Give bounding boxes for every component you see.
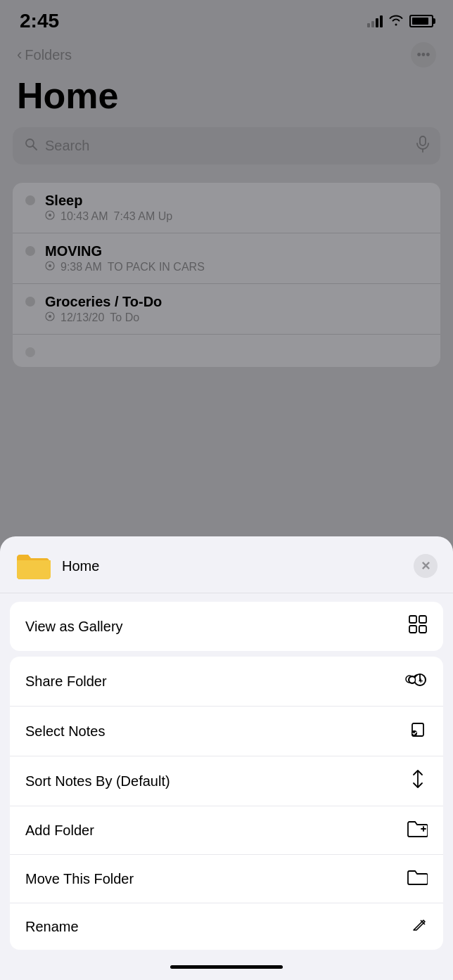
note-meta: 10:43 AM 7:43 AM Up: [45, 210, 428, 223]
note-location-icon: [45, 311, 55, 324]
svg-text:+: +: [419, 676, 423, 685]
page-title-area: Home: [0, 73, 453, 127]
sheet-close-button[interactable]: ✕: [414, 554, 438, 578]
note-item-partial: [13, 335, 440, 367]
svg-point-5: [49, 214, 51, 217]
note-preview: TO PACK IN CARS: [108, 261, 205, 273]
note-location-icon: [45, 261, 55, 273]
note-title: Sleep: [45, 193, 428, 209]
svg-rect-2: [420, 136, 426, 146]
add-folder-icon: [407, 819, 428, 842]
svg-rect-13: [419, 626, 426, 633]
note-location-icon: [45, 210, 55, 223]
menu-item-view-gallery[interactable]: View as Gallery: [10, 602, 443, 651]
svg-rect-12: [409, 626, 416, 633]
note-meta: 12/13/20 To Do: [45, 311, 428, 324]
note-content: MOVING 9:38 AM TO PACK IN CARS: [45, 243, 428, 273]
gallery-icon: [408, 614, 428, 638]
more-button[interactable]: •••: [411, 42, 436, 67]
note-dot: [25, 347, 35, 357]
svg-line-1: [33, 146, 37, 150]
back-label: Folders: [25, 47, 72, 63]
note-time: 12/13/20: [60, 311, 104, 324]
back-button[interactable]: ‹ Folders: [17, 47, 72, 63]
close-icon: ✕: [421, 559, 430, 574]
menu-label-add-folder: Add Folder: [25, 823, 94, 839]
menu-label-gallery: View as Gallery: [25, 619, 123, 635]
note-title: Groceries / To-Do: [45, 294, 428, 310]
menu-label-move-folder: Move This Folder: [25, 871, 134, 887]
move-folder-icon: [407, 868, 428, 890]
notes-list: Sleep 10:43 AM 7:43 AM Up MOVING: [0, 177, 453, 367]
sheet-folder-name: Home: [62, 558, 99, 574]
status-bar: 2:45: [0, 0, 453, 38]
search-icon: [24, 137, 38, 155]
menu-item-add-folder[interactable]: Add Folder: [10, 806, 443, 855]
menu-item-share-folder[interactable]: Share Folder +: [10, 657, 443, 707]
chevron-left-icon: ‹: [17, 47, 22, 63]
home-bar: [170, 965, 283, 969]
top-nav: ‹ Folders •••: [0, 38, 453, 73]
note-preview: To Do: [110, 311, 139, 324]
folder-icon: [15, 550, 52, 581]
menu-card-main: Share Folder +: [10, 657, 443, 950]
search-placeholder: Search: [45, 138, 409, 154]
microphone-icon[interactable]: [416, 136, 429, 156]
note-content: Sleep 10:43 AM 7:43 AM Up: [45, 193, 428, 223]
share-folder-icon: + +: [404, 669, 428, 693]
sort-icon: [408, 769, 428, 793]
notes-card: Sleep 10:43 AM 7:43 AM Up MOVING: [13, 183, 440, 367]
note-item-groceries[interactable]: Groceries / To-Do 12/13/20 To Do: [13, 284, 440, 335]
note-time: 9:38 AM: [60, 261, 102, 273]
svg-point-9: [49, 315, 51, 318]
menu-item-sort-notes[interactable]: Sort Notes By (Default): [10, 756, 443, 806]
note-dot: [25, 297, 35, 307]
menu-label-sort: Sort Notes By (Default): [25, 773, 170, 789]
rename-icon: [411, 916, 428, 937]
bottom-sheet: Home ✕ View as Gallery: [0, 536, 453, 980]
svg-point-7: [49, 264, 51, 267]
menu-label-rename: Rename: [25, 919, 79, 935]
sheet-header: Home ✕: [0, 536, 453, 593]
note-meta: 9:38 AM TO PACK IN CARS: [45, 261, 428, 273]
note-item-sleep[interactable]: Sleep 10:43 AM 7:43 AM Up: [13, 183, 440, 233]
search-bar[interactable]: Search: [13, 127, 440, 165]
menu-item-move-folder[interactable]: Move This Folder: [10, 855, 443, 903]
sheet-folder-info: Home: [15, 550, 99, 581]
svg-rect-11: [419, 616, 426, 623]
page-title: Home: [17, 76, 436, 116]
menu-card-gallery: View as Gallery: [10, 602, 443, 651]
home-indicator: [0, 958, 453, 980]
note-preview: 7:43 AM Up: [114, 210, 173, 223]
menu-label-select: Select Notes: [25, 723, 105, 740]
note-dot: [25, 246, 35, 256]
search-bar-wrap: Search: [0, 127, 453, 177]
note-time: 10:43 AM: [60, 210, 108, 223]
note-dot: [25, 195, 35, 205]
status-time: 2:45: [20, 10, 59, 32]
signal-icon: [367, 15, 383, 27]
menu-item-rename[interactable]: Rename: [10, 903, 443, 950]
battery-icon: [409, 15, 433, 27]
more-dots: •••: [417, 48, 430, 63]
sheet-menu: View as Gallery Share Folder: [0, 593, 453, 958]
svg-rect-10: [409, 616, 416, 623]
note-item-moving[interactable]: MOVING 9:38 AM TO PACK IN CARS: [13, 233, 440, 284]
menu-label-share: Share Folder: [25, 673, 107, 690]
wifi-icon: [388, 13, 404, 30]
select-notes-icon: [408, 719, 428, 743]
menu-item-select-notes[interactable]: Select Notes: [10, 707, 443, 756]
status-icons: [367, 13, 433, 30]
note-content: Groceries / To-Do 12/13/20 To Do: [45, 294, 428, 324]
note-title: MOVING: [45, 243, 428, 259]
